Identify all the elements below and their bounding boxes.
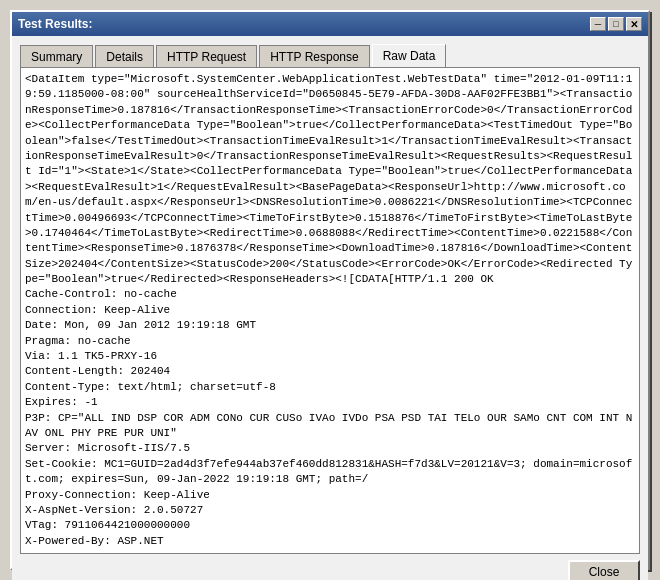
window-controls: ─ □ ✕ <box>590 17 642 31</box>
minimize-button[interactable]: ─ <box>590 17 606 31</box>
window-close-button[interactable]: ✕ <box>626 17 642 31</box>
tab-summary[interactable]: Summary <box>20 45 93 67</box>
window-title: Test Results: <box>18 17 92 31</box>
tab-http-request[interactable]: HTTP Request <box>156 45 257 67</box>
maximize-button[interactable]: □ <box>608 17 624 31</box>
tab-http-response[interactable]: HTTP Response <box>259 45 369 67</box>
title-bar: Test Results: ─ □ ✕ <box>12 12 648 36</box>
tab-details[interactable]: Details <box>95 45 154 67</box>
tab-raw-data[interactable]: Raw Data <box>372 44 447 67</box>
footer: Close <box>20 554 640 580</box>
tab-bar: Summary Details HTTP Request HTTP Respon… <box>20 44 640 67</box>
close-button[interactable]: Close <box>568 560 640 580</box>
test-results-window: Test Results: ─ □ ✕ Summary Details HTTP… <box>10 10 650 570</box>
window-body: Summary Details HTTP Request HTTP Respon… <box>12 36 648 580</box>
content-area: <DataItem type="Microsoft.SystemCenter.W… <box>20 67 640 554</box>
raw-data-content[interactable]: <DataItem type="Microsoft.SystemCenter.W… <box>21 68 639 553</box>
